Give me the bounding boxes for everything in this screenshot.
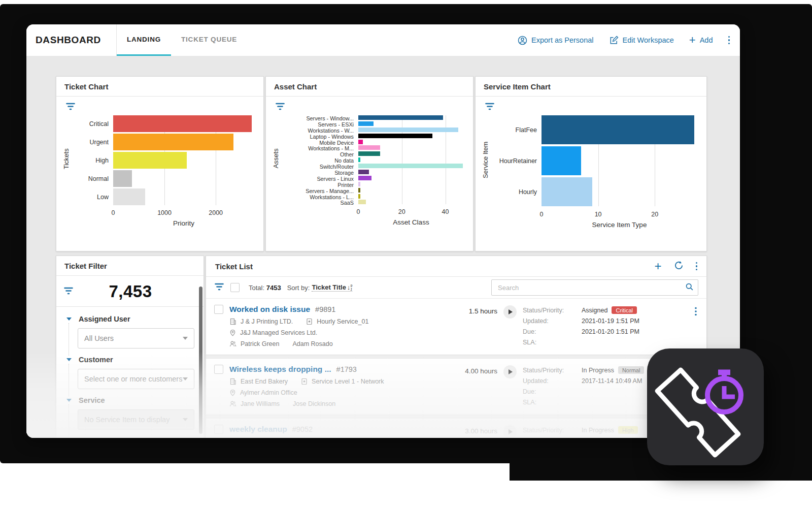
row-divider [206,415,706,419]
category-label: Servers - Manage... [281,188,358,194]
location-name: J&J Managed Services Ltd. [240,329,317,336]
ticket-title-link[interactable]: weekly cleanup [229,425,287,434]
filter-sections: Assigned UserAll UsersCustomerSelect one… [56,307,204,438]
filter-dropdown[interactable]: No Service Item to display [78,409,194,430]
list-kebab-menu[interactable] [696,262,698,271]
category-label: Servers - Linux [281,176,358,182]
ticket-filter-card: Ticket Filter 7,453 Assigned UserAll Use… [56,256,204,438]
category-label: Workstations - L... [281,194,358,200]
filter-section-header[interactable]: Project [66,437,194,438]
filter-section-assigned-user: Assigned UserAll Users [66,315,194,356]
x-tick-label: 1000 [157,209,172,216]
category-label: High [72,152,113,169]
sort-control[interactable]: Sort by: Ticket Title↓91 [287,283,353,292]
category-label: Hourly [491,177,542,206]
header-kebab-menu[interactable] [728,36,730,45]
filter-funnel-icon[interactable] [214,283,224,292]
plot-area [542,115,697,206]
filter-scrollbar[interactable] [199,287,202,434]
tab-landing[interactable]: LANDING [117,24,171,56]
filter-section-service: ServiceNo Service Item to display [66,396,194,437]
location-pin-icon [229,329,236,336]
refresh-icon[interactable] [674,261,684,272]
assignee-name: Adam Rosado [292,340,332,347]
updated-value: 2017-11-14 10:49 AM [582,377,642,385]
people-icon [229,400,236,407]
assignee-name: Jane Williams [241,400,280,407]
bar [358,128,458,132]
select-all-checkbox[interactable] [230,283,240,292]
filter-dropdown[interactable]: All Users [78,328,194,348]
filter-section-header[interactable]: Service [66,396,194,404]
filter-funnel-icon[interactable] [275,103,464,112]
category-label: Switch/Router [281,164,358,170]
ticket-list-title: Ticket List [215,262,654,271]
x-tick-label: 0 [540,211,544,218]
ticket-title-link[interactable]: Worked on disk issue [229,305,310,314]
filter-section-header[interactable]: Customer [66,356,194,364]
bar [358,134,432,138]
export-as-personal-label: Export as Personal [531,36,594,44]
ticket-hours: 3.00 hours [454,427,497,438]
bar [113,134,233,150]
filter-funnel-icon[interactable] [63,287,74,297]
export-as-personal-button[interactable]: Export as Personal [518,36,594,45]
filter-funnel-icon[interactable] [485,103,697,112]
filter-funnel-icon[interactable] [65,103,254,112]
bar [542,115,694,144]
company-name: J & J Printing LTD. [241,318,293,325]
start-timer-button[interactable] [503,425,517,438]
y-axis-label: Tickets [61,115,72,227]
category-label: Other [281,151,358,157]
category-label: Mobile Device [281,140,358,146]
add-ticket-icon[interactable]: + [654,262,661,270]
dropdown-value: Select one or more customers [84,375,182,383]
add-button[interactable]: + Add [689,36,713,44]
add-label: Add [700,36,713,44]
bar [358,115,443,120]
category-label: No data [281,157,358,164]
service-name: Service Level 1 - Network [312,378,384,385]
row-checkbox[interactable] [214,305,223,314]
bar [542,177,592,206]
start-timer-button[interactable] [503,365,517,378]
search-icon[interactable] [685,282,694,293]
window-header: DASHBOARD LANDING TICKET QUEUE Export as… [26,24,740,56]
ticket-chart-card: Ticket Chart Tickets CriticalUrgentHighN… [56,76,264,251]
updated-label: Updated: [523,318,582,325]
filter-section-label: Assigned User [79,315,130,323]
due-label: Due: [523,328,582,335]
status-value: In Progress [582,427,614,434]
bar [113,152,187,169]
priority-badge: Normal [618,366,644,374]
category-label: HourRetainer [491,146,542,175]
row-kebab-menu[interactable] [692,305,699,350]
search-input[interactable] [497,283,685,292]
filter-section-header[interactable]: Assigned User [66,315,194,323]
edit-pencil-icon [609,36,619,45]
ticket-number: #9052 [292,425,313,433]
row-checkbox[interactable] [214,425,223,434]
due-label: Due: [523,388,582,395]
filter-dropdown[interactable]: Select one or more customers [78,369,194,389]
plus-icon: + [689,37,696,44]
category-label: Workstations - M... [281,145,358,151]
service-item-chart-card: Service Item Chart Service Item FlatFeeH… [475,76,707,251]
edit-workspace-label: Edit Workspace [623,36,674,44]
updated-value: 2020-12-18 3:45 PM [582,437,639,438]
total-count: Total: 7453 [249,284,281,292]
ticket-chart-title: Ticket Chart [56,77,263,97]
dashboard-content: Ticket Chart Tickets CriticalUrgentHighN… [26,56,740,438]
filter-section-label: Service [79,396,105,404]
row-checkbox[interactable] [214,365,223,374]
header-actions: Export as Personal Edit Workspace + Add [518,24,740,56]
bar [358,188,360,193]
start-timer-button[interactable] [503,305,517,319]
updated-value: 2021-01-19 1:51 PM [582,318,639,325]
service-name: Hourly Service_01 [317,318,368,325]
edit-workspace-button[interactable]: Edit Workspace [609,36,674,45]
tab-ticket-queue[interactable]: TICKET QUEUE [171,24,247,56]
assignee-name: Jose Dickinson [293,400,335,407]
ticket-title-link[interactable]: Wireless keeps dropping ... [229,365,331,374]
x-axis-ticks: 01020 [542,208,697,219]
